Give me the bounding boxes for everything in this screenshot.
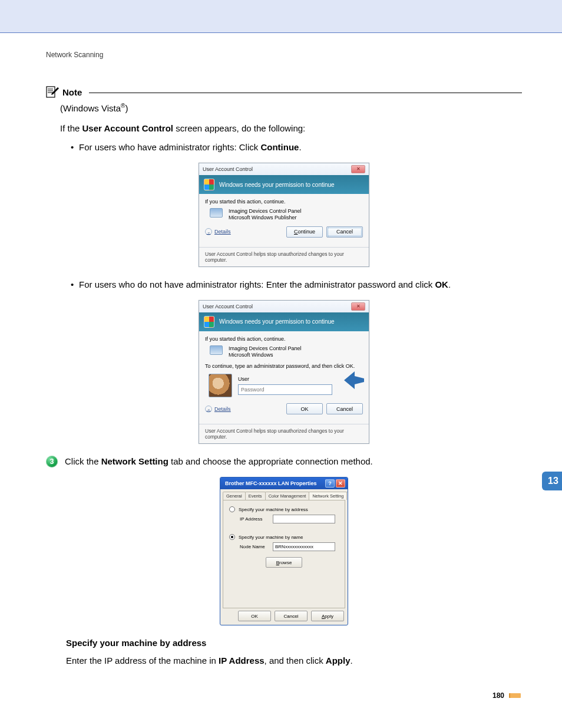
button-row: Continue Cancel: [286, 226, 363, 238]
radio-icon: [229, 534, 235, 540]
text-bold: Apply: [326, 655, 351, 666]
continue-button[interactable]: Continue: [286, 226, 323, 238]
dialog-titlebar: User Account Control ✕: [199, 301, 369, 312]
step-3: 3 Click the Network Setting tab and choo…: [46, 454, 522, 469]
dialog-footer: User Account Control helps stop unauthor…: [199, 247, 369, 266]
band-text: Windows needs your permission to continu…: [219, 182, 335, 188]
note-intro: If the User Account Control screen appea…: [60, 121, 522, 136]
chapter-tab: 13: [542, 472, 562, 490]
text: (Windows Vista: [60, 103, 121, 113]
figure-uac-admin: User Account Control ✕ Windows needs you…: [46, 163, 522, 267]
ok-button[interactable]: OK: [238, 611, 271, 621]
close-button[interactable]: ✕: [351, 302, 365, 311]
properties-dialog: Brother MFC-xxxxxx LAN Properties ? ✕ Ge…: [220, 477, 348, 625]
text-bold: User Account Control: [82, 123, 173, 133]
ip-address-label: IP Address: [240, 516, 268, 522]
cancel-button[interactable]: Cancel: [275, 611, 308, 621]
cancel-button[interactable]: Cancel: [326, 226, 363, 238]
dialog-body: If you started this action, continue. Im…: [199, 331, 369, 424]
text-bold: OK: [435, 279, 448, 289]
note-vista-line: (Windows Vista®): [60, 101, 522, 116]
apply-button[interactable]: Apply: [311, 611, 344, 621]
text: If the: [60, 123, 82, 133]
continue-instruction: To continue, type an administrator passw…: [205, 363, 363, 369]
app-row: Imaging Devices Control Panel Microsoft …: [210, 208, 363, 222]
browse-button[interactable]: Browse: [266, 557, 302, 568]
radio-label: Specify your machine by name: [239, 535, 303, 540]
tab-network-setting[interactable]: Network Setting: [309, 492, 347, 500]
text: , and then click: [265, 655, 326, 666]
details-label: Details: [214, 406, 231, 412]
radio-specify-by-name[interactable]: Specify your machine by name: [229, 534, 339, 540]
footer-accent-icon: [509, 693, 521, 698]
dialog-body: If you started this action, continue. Im…: [199, 194, 369, 247]
specify-by-address-text: Enter the IP address of the machine in I…: [66, 654, 522, 668]
svg-marker-5: [344, 371, 364, 389]
uac-dialog: User Account Control ✕ Windows needs you…: [199, 163, 369, 267]
tab-color-management[interactable]: Color Management: [265, 492, 310, 500]
label: ontinue: [297, 229, 315, 235]
figure-properties-dialog: Brother MFC-xxxxxx LAN Properties ? ✕ Ge…: [46, 477, 522, 625]
node-name-row: Node Name: [240, 542, 339, 551]
text: screen appears, do the following:: [173, 123, 305, 133]
user-credentials-row: User: [209, 374, 363, 397]
app-text: Imaging Devices Control Panel Microsoft …: [229, 345, 302, 359]
tab-general[interactable]: General: [223, 492, 246, 500]
app-name: Imaging Devices Control Panel: [229, 345, 302, 352]
text-bold: Network Setting: [101, 456, 168, 466]
browse-row: Browse: [229, 557, 339, 568]
tab-panel: Specify your machine by address IP Addre…: [223, 500, 345, 608]
band-text: Windows needs your permission to continu…: [219, 318, 335, 325]
callout-arrow-icon: [343, 370, 365, 391]
app-row: Imaging Devices Control Panel Microsoft …: [210, 345, 363, 359]
shield-icon: [204, 316, 214, 328]
note-header: Note: [46, 86, 522, 98]
text: .: [448, 279, 451, 289]
bullet-text: For users who have administrator rights:…: [79, 140, 302, 154]
app-publisher: Microsoft Windows: [229, 352, 302, 358]
figure-uac-nonadmin: User Account Control ✕ Windows needs you…: [46, 300, 522, 444]
ip-address-input[interactable]: [273, 515, 335, 523]
user-avatar-icon: [209, 374, 232, 397]
details-label: Details: [214, 229, 231, 235]
page-number: 180: [492, 691, 504, 700]
node-name-label: Node Name: [240, 544, 268, 549]
note-pencil-icon: [46, 86, 59, 98]
close-button[interactable]: ✕: [351, 165, 365, 173]
details-toggle[interactable]: ⌄ Details: [205, 406, 231, 413]
help-button[interactable]: ?: [325, 479, 335, 487]
radio-icon: [229, 506, 235, 512]
text: .: [351, 655, 353, 666]
app-text: Imaging Devices Control Panel Microsoft …: [229, 208, 302, 222]
password-input[interactable]: [238, 384, 332, 395]
text: Enter the IP address of the machine in: [66, 655, 219, 666]
dialog-title: Brother MFC-xxxxxx LAN Properties: [225, 480, 317, 486]
tab-events[interactable]: Events: [245, 492, 266, 500]
user-column: User: [238, 376, 332, 395]
details-toggle[interactable]: ⌄ Details: [205, 228, 231, 235]
cancel-button[interactable]: Cancel: [326, 403, 363, 414]
ip-address-row: IP Address: [240, 515, 339, 523]
text: If you started this action, continue.: [205, 336, 363, 342]
app-icon: [210, 345, 223, 355]
close-button[interactable]: ✕: [336, 479, 345, 487]
titlebar-buttons: ? ✕: [325, 479, 345, 487]
text-bold: IP Address: [219, 655, 265, 666]
bullet-icon: •: [71, 278, 79, 292]
bullet-text: For users who do not have administrator …: [79, 278, 451, 292]
text: If you started this action, continue.: [205, 199, 363, 205]
ok-button[interactable]: OK: [286, 403, 323, 414]
radio-specify-by-address[interactable]: Specify your machine by address: [229, 506, 339, 512]
app-publisher: Microsoft Windows Publisher: [229, 215, 302, 221]
uac-dialog: User Account Control ✕ Windows needs you…: [199, 300, 369, 444]
user-name: User: [238, 376, 332, 382]
node-name-input[interactable]: [273, 542, 335, 551]
top-accent-bar: [0, 0, 562, 33]
step-text: Click the Network Setting tab and choose…: [65, 454, 373, 469]
note-title: Note: [62, 87, 82, 97]
text: ): [125, 103, 128, 113]
bullet-icon: •: [71, 140, 79, 154]
app-name: Imaging Devices Control Panel: [229, 208, 302, 215]
app-icon: [210, 208, 223, 218]
chevron-down-icon: ⌄: [205, 406, 212, 413]
